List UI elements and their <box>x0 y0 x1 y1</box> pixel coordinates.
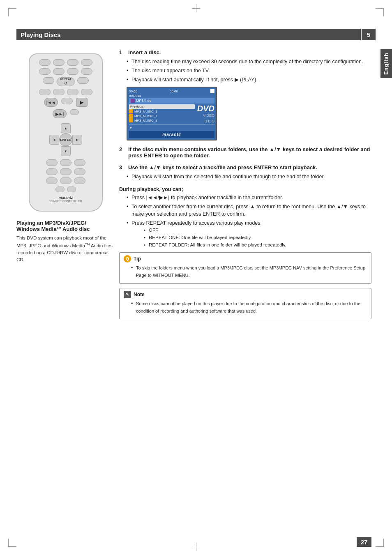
repeat-button[interactable]: REPEAT ↺ <box>57 77 75 86</box>
remote-btn-4[interactable] <box>81 59 92 66</box>
remote-btn-3[interactable] <box>67 59 78 66</box>
tv-file-icon-2 <box>129 114 133 118</box>
bottom-left-body: This DVD system can playback most of the… <box>16 235 115 263</box>
tip-body-item: To skip the folders menu when you load a… <box>131 264 367 279</box>
remote-row-repeat: REPEAT ↺ <box>34 77 98 86</box>
remote-control: REPEAT ↺ |◄◄ ▶ ▶►| <box>29 53 103 212</box>
prev-track-button[interactable]: |◄◄ <box>44 98 58 107</box>
play-mode-folder: REPEAT FOLDER: All files in one folder w… <box>144 242 371 248</box>
remote-btn-14[interactable] <box>81 89 92 95</box>
corner-mark-tl <box>8 8 16 16</box>
language-tab: English <box>380 49 392 78</box>
remote-sub: REMOTE CONTROLLER <box>34 200 98 203</box>
remote-brand: marantz <box>34 196 98 200</box>
next-track-button[interactable]: ▶►| <box>53 109 67 118</box>
remote-btn-18[interactable] <box>46 168 58 175</box>
tip-header: Q Tip <box>124 255 367 263</box>
dpad-up[interactable]: ▲ <box>61 123 71 133</box>
step-2: 2 If the disc main menu contains various… <box>119 146 371 159</box>
remote-btn-12[interactable] <box>53 89 65 95</box>
play-mode-one: REPEAT ONE: One file will be played repe… <box>144 234 371 241</box>
tv-file-3: MP3_MUSIC_3 <box>129 118 195 122</box>
tv-screen-mockup: 00:00 00:00 001/014 MP3 files Previous M… <box>127 87 217 140</box>
step-2-header: 2 If the disc main menu contains various… <box>119 146 371 159</box>
dpad-enter[interactable]: ENTER <box>59 133 72 146</box>
tv-file-icon-1 <box>129 109 133 113</box>
remote-row-1 <box>34 59 98 66</box>
tv-time1: 00:00 <box>129 90 137 93</box>
dpad-left[interactable]: ◄ <box>49 135 59 145</box>
bottom-left-section: Playing an MP3/DivX/JPEG/Windows MediaTM… <box>16 220 115 263</box>
tv-folder-bar: MP3 files <box>129 98 214 104</box>
step-3-bullets: Playback will start from the selected fi… <box>127 173 371 180</box>
remote-btn-1[interactable] <box>39 59 51 66</box>
tv-file-1: MP3_MUSIC_1 <box>129 109 195 113</box>
tv-time2: 00:00 <box>170 90 178 93</box>
step-1-header: 1 Insert a disc. <box>119 49 371 55</box>
remote-btn-7[interactable] <box>67 68 78 75</box>
tip-body: To skip the folders menu when you load a… <box>136 265 365 278</box>
remote-btn-24[interactable] <box>55 187 65 192</box>
remote-row-7 <box>34 187 98 192</box>
play-button[interactable]: ▶ <box>76 98 88 107</box>
step-1: 1 Insert a disc. The disc reading time m… <box>119 49 371 140</box>
during-bullet-1: Press |◄◄/▶►| to playback another track/… <box>127 194 371 201</box>
step-3-bullet-1: Playback will start from the selected fi… <box>127 173 371 180</box>
remote-btn-16[interactable] <box>60 159 71 166</box>
play-mode-off: OFF <box>144 227 371 233</box>
remote-btn-15[interactable] <box>46 159 58 166</box>
header-bar: Playing Discs 5 <box>16 29 376 40</box>
during-playback-header: During playback, you can; <box>119 187 371 192</box>
step-2-title: If the disc main menu contains various f… <box>128 146 371 159</box>
tv-counter: 001/014 <box>129 94 214 98</box>
remote-row-3 <box>34 89 98 95</box>
dpad-right[interactable]: ► <box>72 135 82 145</box>
remote-btn-20[interactable] <box>74 168 85 175</box>
remote-btn-25[interactable] <box>67 187 76 192</box>
remote-btn-5[interactable] <box>39 68 51 75</box>
cross-bottom <box>192 543 200 551</box>
step-3-header: 3 Use the ▲/▼ keys to select a track/fil… <box>119 164 371 170</box>
step-1-title: Insert a disc. <box>128 49 161 55</box>
step-2-num: 2 <box>119 146 125 159</box>
tv-bottom-bar: ▼ <box>129 124 214 130</box>
note-body-item: Some discs cannot be played on this play… <box>131 300 367 315</box>
step-1-num: 1 <box>119 49 125 55</box>
remote-btn-6[interactable] <box>53 68 65 75</box>
tv-brand: marantz <box>129 131 214 138</box>
cross-top <box>192 4 200 12</box>
remote-btn-mid[interactable] <box>61 98 73 104</box>
remote-btn-11[interactable] <box>39 89 51 95</box>
remote-btn-22[interactable] <box>60 177 71 184</box>
note-body: Some discs cannot be played on this play… <box>136 301 360 313</box>
remote-row-ff2: ▶►| <box>34 109 98 118</box>
remote-btn-s1[interactable] <box>70 109 79 115</box>
corner-mark-br <box>376 539 384 547</box>
remote-btn-19[interactable] <box>60 168 71 175</box>
remote-btn-17[interactable] <box>74 159 85 166</box>
page-number-box: 5 <box>361 29 376 40</box>
page-title: Playing Discs <box>21 31 61 38</box>
tv-file-2: MP3_MUSIC_2 <box>129 114 195 118</box>
step-3-num: 3 <box>119 164 125 170</box>
note-icon: ✎ <box>124 291 131 298</box>
tv-stop-icon <box>210 89 214 93</box>
remote-btn-8[interactable] <box>81 68 92 75</box>
remote-btn-21[interactable] <box>46 177 58 184</box>
remote-row-ff: |◄◄ ▶ <box>34 98 98 107</box>
remote-btn-13[interactable] <box>67 89 78 95</box>
bottom-left-title: Playing an MP3/DivX/JPEG/Windows MediaTM… <box>16 220 115 232</box>
note-header: ✎ Note <box>124 291 367 298</box>
tv-dvd-logo: DVD <box>197 104 214 113</box>
remote-btn-10[interactable] <box>77 77 89 84</box>
remote-btn-23[interactable] <box>74 177 85 184</box>
during-bullet-3: Press REPEAT repeatedly to access variou… <box>127 219 371 248</box>
tv-folder-label: MP3 files <box>136 99 151 103</box>
right-column: 1 Insert a disc. The disc reading time m… <box>119 49 371 323</box>
remote-row-6 <box>34 177 98 184</box>
dpad-down[interactable]: ▼ <box>61 146 71 156</box>
remote-row-2 <box>34 68 98 75</box>
remote-btn-2[interactable] <box>53 59 65 66</box>
remote-btn-9[interactable] <box>43 77 54 84</box>
page-number-bottom: 27 <box>357 537 371 547</box>
